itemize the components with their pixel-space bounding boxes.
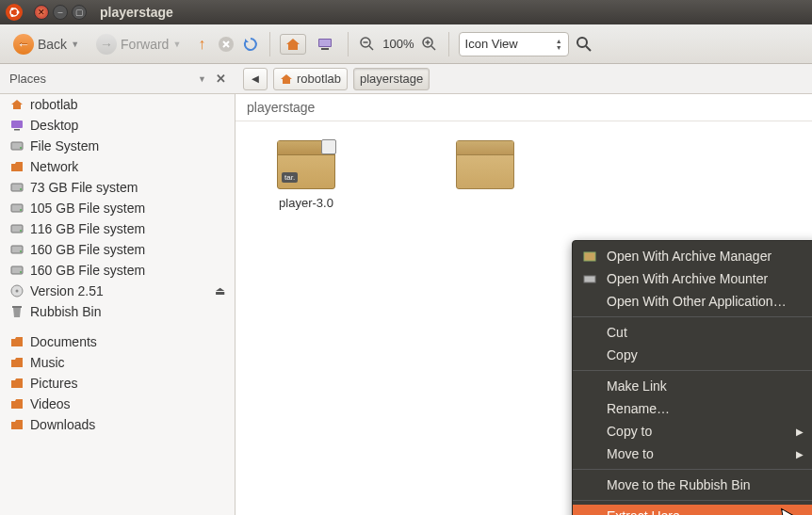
sidebar-item[interactable]: 116 GB File system	[0, 218, 235, 239]
svg-point-3	[11, 14, 14, 17]
sidebar-item[interactable]: Network	[0, 156, 235, 177]
disk-icon	[9, 263, 24, 278]
toolbar-separator	[348, 32, 349, 56]
menu-item[interactable]: Copy to▶	[573, 420, 812, 443]
archive-corner-icon	[321, 139, 336, 154]
cd-icon	[9, 283, 24, 298]
window-minimize-button[interactable]: –	[53, 5, 68, 20]
sidebar-item-label: Version 2.51	[30, 283, 104, 298]
menu-item[interactable]: Make Link	[573, 375, 812, 397]
file-item[interactable]: tar. player-3.0	[254, 140, 358, 211]
sidebar-item-label: Desktop	[30, 118, 78, 133]
sidebar-item[interactable]: Downloads	[0, 414, 235, 435]
menu-item[interactable]: Copy	[573, 344, 812, 366]
sidebar-item[interactable]: Videos	[0, 394, 235, 414]
menu-separator	[573, 500, 812, 501]
forward-history-dropdown[interactable]: ▼	[172, 40, 181, 49]
window-title: playerstage	[100, 5, 173, 20]
sidebar-item-label: 105 GB File system	[30, 201, 145, 216]
zoom-out-button[interactable]	[358, 35, 377, 54]
file-item[interactable]	[433, 140, 537, 211]
sidebar-item[interactable]: Rubbish Bin	[0, 301, 235, 322]
sidebar-item-label: Pictures	[30, 376, 78, 391]
svg-point-28	[20, 250, 22, 252]
eject-icon[interactable]: ⏏	[215, 284, 225, 298]
sidebar-item-label: 160 GB File system	[30, 242, 145, 257]
menu-item-label: Copy to	[607, 424, 652, 439]
stop-button[interactable]	[217, 35, 235, 54]
window-close-button[interactable]: ✕	[34, 5, 49, 20]
home-icon	[280, 73, 293, 85]
menu-item[interactable]: Rename…	[573, 397, 812, 420]
disk-icon	[9, 242, 24, 257]
folder-icon	[9, 376, 24, 391]
zoom-in-button[interactable]	[420, 35, 439, 54]
menu-item[interactable]: Extract Here	[573, 505, 812, 515]
svg-point-20	[20, 147, 22, 149]
sidebar-item-label: Music	[30, 355, 65, 370]
computer-button[interactable]	[312, 34, 338, 55]
menu-item[interactable]: Open With Other Application…	[573, 290, 812, 313]
sidebar-item[interactable]: robotlab	[0, 94, 235, 115]
sidebar-item[interactable]: File System	[0, 136, 235, 156]
menu-item[interactable]: Open With Archive Mounter	[573, 267, 812, 290]
back-arrow-icon: ←	[13, 34, 34, 55]
context-menu: Open With Archive ManagerOpen With Archi…	[572, 240, 812, 515]
breadcrumb-segment-robotlab[interactable]: robotlab	[273, 68, 348, 90]
path-back-button[interactable]: ◄	[243, 68, 268, 90]
svg-rect-35	[584, 276, 595, 282]
icon-view[interactable]: tar. player-3.0	[235, 121, 812, 230]
menu-item-label: Cut	[607, 325, 627, 340]
submenu-arrow-icon: ▶	[796, 449, 804, 459]
disk-icon	[9, 138, 24, 153]
menu-item[interactable]: Move to▶	[573, 443, 812, 465]
breadcrumb-segment-playerstage[interactable]: playerstage	[353, 68, 430, 90]
places-menu-dropdown[interactable]: ▼	[198, 74, 206, 84]
sidebar-item-label: Downloads	[30, 417, 95, 432]
svg-rect-7	[321, 48, 329, 50]
breadcrumb-label: playerstage	[360, 72, 423, 86]
menu-item[interactable]: Cut	[573, 321, 812, 344]
row2: Places ▼ ✕ ◄ robotlab playerstage	[0, 64, 812, 94]
sidebar-item[interactable]: Version 2.51⏏	[0, 281, 235, 301]
up-button[interactable]: ↑	[192, 35, 211, 54]
forward-label: Forward	[121, 37, 169, 52]
menu-item-label: Rename…	[607, 401, 670, 416]
places-close-button[interactable]: ✕	[216, 72, 226, 86]
sidebar-item[interactable]: 105 GB File system	[0, 198, 235, 218]
sidebar-item-label: 73 GB File system	[30, 180, 138, 195]
svg-line-9	[369, 46, 373, 50]
menu-item[interactable]: Move to the Rubbish Bin	[573, 474, 812, 496]
window-maximize-button[interactable]: ▢	[72, 5, 87, 20]
sidebar-item[interactable]: 160 GB File system	[0, 260, 235, 281]
trash-icon	[9, 304, 24, 319]
location-header: playerstage	[235, 94, 812, 121]
view-mode-selector[interactable]: Icon View ▲▼	[459, 32, 569, 56]
desktop-icon	[9, 118, 24, 133]
package-icon	[582, 249, 597, 264]
svg-point-22	[20, 188, 22, 190]
sidebar-item[interactable]: 160 GB File system	[0, 239, 235, 260]
forward-button[interactable]: → Forward ▼	[90, 31, 187, 57]
forward-arrow-icon: →	[96, 34, 117, 55]
toolbar-separator	[448, 32, 449, 56]
search-button[interactable]	[575, 35, 593, 54]
reload-button[interactable]	[241, 35, 260, 54]
back-button[interactable]: ← Back ▼	[8, 31, 85, 57]
path-bar: ◄ robotlab playerstage	[235, 68, 430, 90]
back-history-dropdown[interactable]: ▼	[71, 40, 79, 49]
menu-item[interactable]: Open With Archive Manager	[573, 245, 812, 267]
archive-icon	[456, 140, 514, 189]
sidebar-item[interactable]: Desktop	[0, 115, 235, 136]
sidebar-item[interactable]: 73 GB File system	[0, 177, 235, 198]
content-pane[interactable]: playerstage tar. player-3.0 Open With Ar…	[235, 94, 812, 515]
sidebar-item[interactable]: Documents	[0, 331, 235, 352]
sidebar-item-label: Rubbish Bin	[30, 304, 102, 319]
menu-separator	[573, 316, 812, 317]
svg-point-32	[16, 290, 19, 293]
folder-icon	[9, 334, 24, 349]
sidebar-item[interactable]: Pictures	[0, 373, 235, 394]
sidebar-item-label: Network	[30, 159, 78, 174]
home-button[interactable]	[280, 34, 306, 55]
sidebar-item[interactable]: Music	[0, 352, 235, 373]
